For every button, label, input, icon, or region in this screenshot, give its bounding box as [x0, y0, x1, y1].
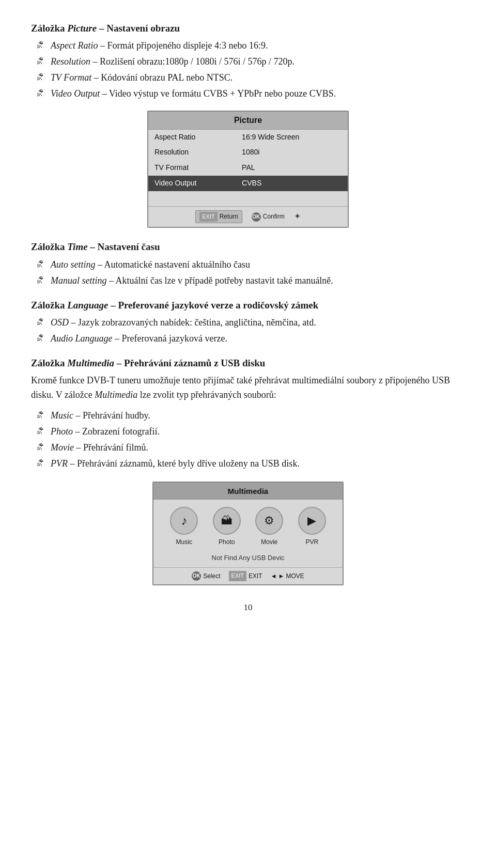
list-item: ⛐ PVR – Přehrávání záznamů, které byly d…: [36, 457, 465, 471]
photo-label: Photo: [219, 537, 235, 547]
ok-select-badge: OK: [192, 571, 201, 581]
list-item: ⛐ Auto setting – Automatické nastavení a…: [36, 258, 465, 272]
bullet-icon: ⛐: [36, 425, 51, 438]
multimedia-icons-row: ♪ Music 🏔 Photo ⚙ Movie ▶ PVR: [153, 500, 343, 550]
screen-title: Picture: [148, 112, 348, 130]
photo-icon: 🏔: [213, 507, 241, 535]
list-item: ⛐ Manual setting – Aktuální čas lze v př…: [36, 274, 465, 288]
music-label: Music: [176, 537, 192, 547]
pvr-label: PVR: [305, 537, 318, 547]
picture-section: Záložka Picture – Nastavení obrazu ⛐ Asp…: [31, 21, 465, 228]
page-number: 10: [31, 601, 465, 614]
exit-label-box2: EXIT: [229, 571, 246, 581]
list-item: ⛐ Video Output – Video výstup ve formátu…: [36, 87, 465, 101]
bullet-icon: ⛐: [36, 39, 51, 52]
pvr-icon: ▶: [298, 507, 326, 535]
bullet-icon: ⛐: [36, 274, 51, 287]
list-item: ⛐ Movie – Přehrávání filmů.: [36, 441, 465, 455]
list-item: ⛐ Music – Přehrávání hudby.: [36, 409, 465, 423]
photo-icon-item: 🏔 Photo: [213, 507, 241, 547]
bullet-icon: ⛐: [36, 87, 51, 100]
multimedia-status: Not Find Any USB Devic: [153, 550, 343, 567]
screen-footer: EXIT Return OK Confirm ✦: [148, 206, 348, 227]
move-footer: ◄ ► MOVE: [271, 571, 304, 581]
ok-badge: OK: [252, 212, 261, 222]
list-item: ⛐ TV Format – Kódování obrazu PAL nebo N…: [36, 71, 465, 85]
table-row: Resolution 1080i: [148, 145, 348, 160]
exit-button[interactable]: EXIT Return: [195, 210, 242, 223]
table-row-empty: [148, 191, 348, 207]
ok-select[interactable]: OK Select: [192, 571, 220, 581]
movie-icon-item: ⚙ Movie: [255, 507, 283, 547]
time-section: Záložka Time – Nastavení času ⛐ Auto set…: [31, 239, 465, 288]
multimedia-screen-title: Multimedia: [153, 483, 343, 500]
table-row: TV Format PAL: [148, 160, 348, 176]
exit-footer[interactable]: EXIT EXIT: [229, 571, 262, 581]
multimedia-section: Záložka Multimedia – Přehrávání záznamů …: [31, 355, 465, 585]
ok-button[interactable]: OK Confirm: [252, 212, 285, 222]
bullet-icon: ⛐: [36, 409, 51, 422]
music-icon: ♪: [170, 507, 198, 535]
bullet-icon: ⛐: [36, 441, 51, 454]
picture-bullet-list: ⛐ Aspect Ratio – Formát připojeného disp…: [36, 39, 465, 101]
music-icon-item: ♪ Music: [170, 507, 198, 547]
multimedia-paragraph: Kromě funkce DVB-T tuneru umožňuje tento…: [31, 374, 465, 402]
language-bullet-list: ⛐ OSD – Jazyk zobrazovaných nabídek: češ…: [36, 316, 465, 346]
exit-footer-label: EXIT: [249, 571, 262, 581]
multimedia-heading: Záložka Multimedia – Přehrávání záznamů …: [31, 355, 465, 370]
bullet-icon: ⛐: [36, 316, 51, 329]
pvr-icon-item: ▶ PVR: [298, 507, 326, 547]
language-heading: Záložka Language – Preferované jazykové …: [31, 298, 465, 313]
list-item: ⛐ Resolution – Rozlišení obrazu:1080p / …: [36, 55, 465, 69]
table-row-highlighted: Video Output CVBS: [148, 176, 348, 191]
multimedia-footer: OK Select EXIT EXIT ◄ ► MOVE: [153, 567, 343, 584]
multimedia-bullet-list: ⛐ Music – Přehrávání hudby. ⛐ Photo – Zo…: [36, 409, 465, 471]
move-label: MOVE: [286, 571, 304, 581]
list-item: ⛐ Audio Language – Preferovaná jazyková …: [36, 332, 465, 346]
time-heading: Záložka Time – Nastavení času: [31, 239, 465, 254]
multimedia-screen: Multimedia ♪ Music 🏔 Photo ⚙ Movie ▶ PVR…: [152, 482, 344, 585]
list-item: ⛐ Photo – Zobrazení fotografií.: [36, 425, 465, 439]
screen-table: Aspect Ratio 16:9 Wide Screen Resolution…: [148, 130, 348, 206]
list-item: ⛐ OSD – Jazyk zobrazovaných nabídek: češ…: [36, 316, 465, 330]
picture-heading: Záložka Picture – Nastavení obrazu: [31, 21, 465, 36]
navigate-icon: ✦: [294, 210, 301, 223]
picture-screen: Picture Aspect Ratio 16:9 Wide Screen Re…: [147, 111, 349, 228]
language-section: Záložka Language – Preferované jazykové …: [31, 298, 465, 346]
bullet-icon: ⛐: [36, 457, 51, 470]
bullet-icon: ⛐: [36, 55, 51, 68]
select-label: Select: [203, 571, 220, 581]
bullet-icon: ⛐: [36, 258, 51, 271]
table-row: Aspect Ratio 16:9 Wide Screen: [148, 130, 348, 145]
list-item: ⛐ Aspect Ratio – Formát připojeného disp…: [36, 39, 465, 53]
right-arrow-icon: ►: [278, 571, 285, 581]
bullet-icon: ⛐: [36, 332, 51, 345]
bullet-icon: ⛐: [36, 71, 51, 84]
left-arrow-icon: ◄: [271, 571, 277, 581]
time-bullet-list: ⛐ Auto setting – Automatické nastavení a…: [36, 258, 465, 288]
movie-icon: ⚙: [255, 507, 283, 535]
exit-label-box: EXIT: [199, 212, 217, 222]
movie-label: Movie: [261, 537, 277, 547]
